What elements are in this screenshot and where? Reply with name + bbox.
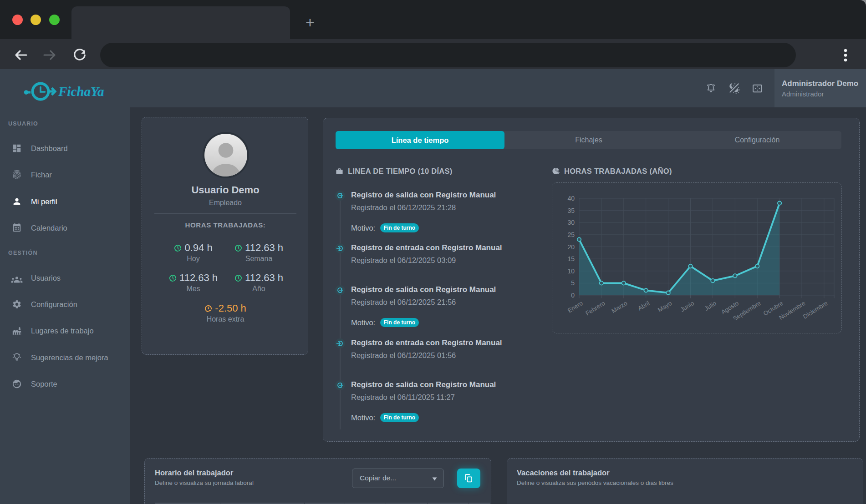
svg-text:Julio: Julio — [703, 300, 717, 312]
svg-text:20: 20 — [567, 243, 575, 251]
svg-text:0: 0 — [571, 292, 575, 299]
svg-text:5: 5 — [571, 279, 575, 287]
svg-text:Junio: Junio — [679, 300, 695, 313]
svg-text:35: 35 — [567, 207, 575, 214]
svg-text:Febrero: Febrero — [584, 300, 606, 317]
svg-text:Mayo: Mayo — [657, 300, 673, 313]
svg-text:30: 30 — [567, 219, 575, 226]
svg-text:FichaYa: FichaYa — [58, 84, 104, 99]
svg-text:25: 25 — [567, 231, 575, 238]
svg-text:10: 10 — [567, 267, 575, 275]
svg-text:15: 15 — [567, 255, 575, 262]
svg-text:Abril: Abril — [637, 300, 651, 312]
svg-text:Enero: Enero — [566, 300, 584, 314]
svg-text:40: 40 — [567, 195, 575, 202]
svg-text:Diciembre: Diciembre — [802, 300, 829, 320]
svg-text:Marzo: Marzo — [611, 300, 629, 315]
